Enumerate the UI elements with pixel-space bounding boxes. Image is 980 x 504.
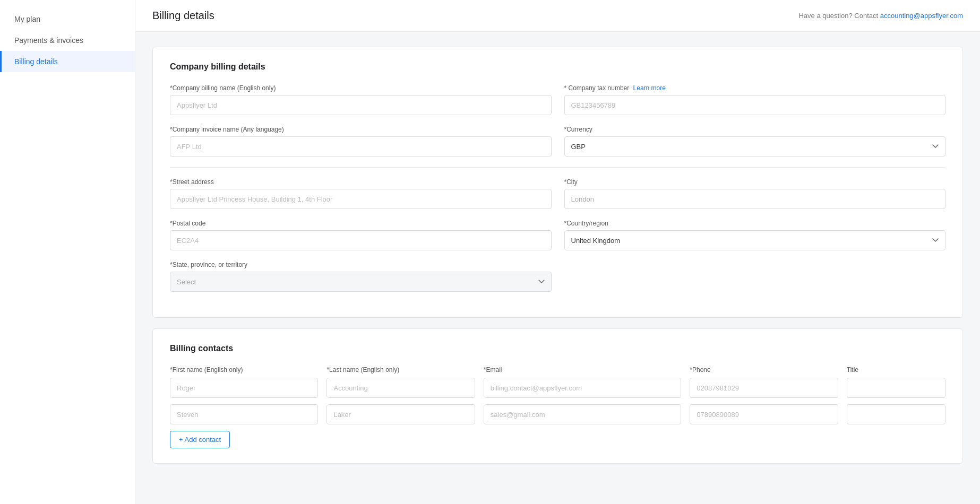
form-row-1: *Company billing name (English only) * C… (170, 84, 945, 115)
contact-0-phone-col (690, 378, 838, 398)
currency-select[interactable]: GBP USD EUR (564, 136, 946, 157)
learn-more-link[interactable]: Learn more (633, 84, 666, 92)
contact-0-email-col (484, 378, 682, 398)
company-billing-title: Company billing details (170, 62, 945, 72)
add-contact-button[interactable]: + Add contact (170, 431, 230, 448)
state-select[interactable]: Select (170, 272, 552, 292)
state-group: *State, province, or territory Select (170, 261, 552, 292)
form-row-3: *Street address *City (170, 178, 945, 209)
currency-group: *Currency GBP USD EUR (564, 126, 946, 157)
contacts-header-row: *First name (English only) *Last name (E… (170, 366, 945, 373)
currency-label: *Currency (564, 126, 946, 133)
sidebar-item-my-plan[interactable]: My plan (0, 8, 135, 30)
state-label: *State, province, or territory (170, 261, 552, 268)
contact-0-title-input[interactable] (847, 378, 945, 398)
company-name-label: *Company billing name (English only) (170, 84, 552, 92)
invoice-name-input[interactable] (170, 136, 552, 157)
company-tax-label: * Company tax number Learn more (564, 84, 946, 92)
contact-1-phone-col (690, 404, 838, 424)
contact-1-last-input[interactable] (326, 404, 475, 424)
contact-1-title-input[interactable] (847, 404, 945, 424)
contact-1-email-input[interactable] (484, 404, 682, 424)
street-group: *Street address (170, 178, 552, 209)
header-contact: Have a question? Contact accounting@apps… (798, 12, 963, 20)
contact-0-phone-input[interactable] (690, 378, 838, 398)
city-input[interactable] (564, 189, 946, 209)
city-group: *City (564, 178, 946, 209)
contact-0-last-input[interactable] (326, 378, 475, 398)
contact-1-first-input[interactable] (170, 404, 318, 424)
street-input[interactable] (170, 189, 552, 209)
contact-1-phone-input[interactable] (690, 404, 838, 424)
contact-email-link[interactable]: accounting@appsflyer.com (880, 12, 963, 20)
contact-row-1 (170, 404, 945, 424)
billing-contacts-title: Billing contacts (170, 344, 945, 353)
col-header-last: *Last name (English only) (326, 366, 475, 373)
form-row-4: *Postal code *Country/region United King… (170, 220, 945, 250)
invoice-name-label: *Company invoice name (Any language) (170, 126, 552, 133)
form-row-5: *State, province, or territory Select (170, 261, 945, 292)
contact-1-title-col (847, 404, 945, 424)
form-row-2: *Company invoice name (Any language) *Cu… (170, 126, 945, 157)
billing-contacts-card: Billing contacts *First name (English on… (152, 328, 963, 464)
country-group: *Country/region United Kingdom United St… (564, 220, 946, 250)
street-label: *Street address (170, 178, 552, 186)
contact-0-email-input[interactable] (484, 378, 682, 398)
contact-1-last-col (326, 404, 475, 424)
col-header-first: *First name (English only) (170, 366, 318, 373)
page-header: Billing details Have a question? Contact… (135, 0, 980, 32)
contact-prompt: Have a question? Contact (798, 12, 878, 20)
postal-input[interactable] (170, 230, 552, 250)
sidebar-item-payments-invoices[interactable]: Payments & invoices (0, 30, 135, 51)
contact-1-first-col (170, 404, 318, 424)
city-label: *City (564, 178, 946, 186)
content-area: Company billing details *Company billing… (135, 32, 980, 479)
state-spacer (564, 261, 946, 292)
col-header-email: *Email (484, 366, 682, 373)
invoice-name-group: *Company invoice name (Any language) (170, 126, 552, 157)
form-divider (170, 167, 945, 168)
postal-group: *Postal code (170, 220, 552, 250)
contact-0-first-input[interactable] (170, 378, 318, 398)
company-billing-card: Company billing details *Company billing… (152, 47, 963, 318)
sidebar: My plan Payments & invoices Billing deta… (0, 0, 135, 504)
col-header-phone: *Phone (690, 366, 838, 373)
sidebar-nav: My plan Payments & invoices Billing deta… (0, 0, 135, 81)
postal-label: *Postal code (170, 220, 552, 227)
contact-0-first-col (170, 378, 318, 398)
company-tax-group: * Company tax number Learn more (564, 84, 946, 115)
main-content: Billing details Have a question? Contact… (135, 0, 980, 504)
page-title: Billing details (152, 10, 214, 22)
company-name-input[interactable] (170, 95, 552, 115)
app-layout: My plan Payments & invoices Billing deta… (0, 0, 980, 504)
contact-0-last-col (326, 378, 475, 398)
country-label: *Country/region (564, 220, 946, 227)
company-name-group: *Company billing name (English only) (170, 84, 552, 115)
contact-1-email-col (484, 404, 682, 424)
contact-row-0 (170, 378, 945, 398)
sidebar-item-billing-details[interactable]: Billing details (0, 51, 135, 72)
country-select[interactable]: United Kingdom United States Germany Fra… (564, 230, 946, 250)
company-tax-input[interactable] (564, 95, 946, 115)
col-header-title: Title (847, 366, 945, 373)
contact-0-title-col (847, 378, 945, 398)
